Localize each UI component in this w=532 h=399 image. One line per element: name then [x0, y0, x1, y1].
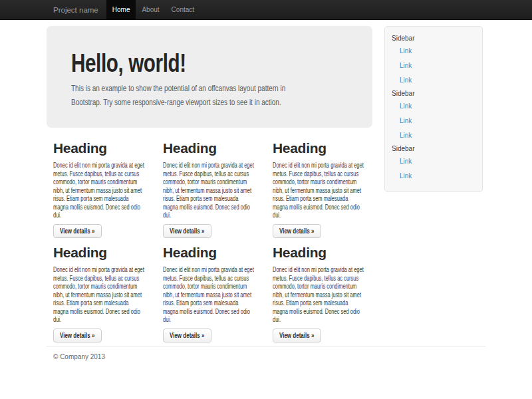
hero-subtitle: This is an example to show the potential…	[71, 82, 401, 110]
copyright-text: © Company 2013	[53, 353, 105, 360]
page-container: Hello, world! This is an example to show…	[47, 0, 485, 399]
sidebar-group-title: Sidebar	[392, 90, 475, 98]
sidebar-link[interactable]: Link	[392, 59, 475, 73]
view-details-label: View details »	[279, 225, 314, 237]
sidebar-link[interactable]: Link	[392, 154, 475, 169]
card-body: Donec id elit non mi porta gravida at eg…	[273, 266, 380, 325]
sidebar-link[interactable]: Link	[392, 73, 475, 88]
content-card: Heading Donec id elit non mi porta gravi…	[273, 245, 379, 342]
card-heading: Heading	[53, 140, 160, 156]
sidebar-link[interactable]: Link	[392, 128, 475, 143]
hero-title: Hello, world!	[71, 50, 291, 76]
card-heading: Heading	[273, 140, 379, 156]
sidebar-group-title: Sidebar	[392, 35, 475, 43]
view-details-button[interactable]: View details »	[273, 224, 321, 238]
card-heading: Heading	[53, 245, 160, 260]
sidebar-group: Sidebar Link Link Link	[392, 90, 475, 143]
view-details-button[interactable]: View details »	[163, 224, 211, 238]
content-row-1: Heading Donec id elit non mi porta gravi…	[53, 140, 386, 238]
view-details-button[interactable]: View details »	[53, 329, 102, 342]
sidebar-link[interactable]: Link	[392, 99, 475, 114]
card-heading: Heading	[163, 245, 269, 260]
view-details-label: View details »	[60, 225, 94, 237]
view-details-label: View details »	[279, 329, 314, 342]
card-body: Donec id elit non mi porta gravida at eg…	[163, 162, 270, 220]
content-card: Heading Donec id elit non mi porta gravi…	[163, 140, 269, 238]
sidebar: Sidebar Link Link Link Sidebar Link Link…	[384, 26, 483, 192]
card-body: Donec id elit non mi porta gravida at eg…	[53, 162, 160, 220]
view-details-label: View details »	[170, 329, 204, 342]
sidebar-group: Sidebar Link Link	[392, 145, 475, 184]
sidebar-group: Sidebar Link Link Link	[392, 35, 475, 88]
view-details-button[interactable]: View details »	[273, 329, 321, 342]
card-body: Donec id elit non mi porta gravida at eg…	[273, 162, 380, 220]
content-card: Heading Donec id elit non mi porta gravi…	[53, 140, 160, 238]
card-heading: Heading	[273, 245, 379, 260]
view-details-label: View details »	[170, 225, 204, 237]
sidebar-group-title: Sidebar	[392, 145, 475, 153]
view-details-button[interactable]: View details »	[53, 224, 102, 238]
content-card: Heading Donec id elit non mi porta gravi…	[53, 245, 160, 342]
content-card: Heading Donec id elit non mi porta gravi…	[163, 245, 269, 342]
view-details-label: View details »	[60, 329, 94, 342]
sidebar-link[interactable]: Link	[392, 114, 475, 128]
jumbotron: Hello, world! This is an example to show…	[47, 26, 372, 128]
content-row-2: Heading Donec id elit non mi porta gravi…	[53, 245, 386, 342]
card-body: Donec id elit non mi porta gravida at eg…	[53, 266, 160, 325]
footer: © Company 2013	[47, 346, 485, 360]
view-details-button[interactable]: View details »	[163, 329, 211, 342]
content-card: Heading Donec id elit non mi porta gravi…	[273, 140, 379, 238]
card-heading: Heading	[163, 140, 269, 156]
sidebar-link[interactable]: Link	[392, 169, 475, 184]
sidebar-link[interactable]: Link	[392, 44, 475, 59]
card-body: Donec id elit non mi porta gravida at eg…	[163, 266, 270, 325]
